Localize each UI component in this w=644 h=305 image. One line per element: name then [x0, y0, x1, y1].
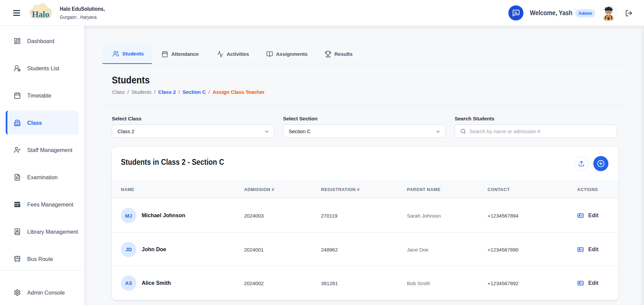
svg-text:Halo: Halo — [32, 10, 49, 19]
